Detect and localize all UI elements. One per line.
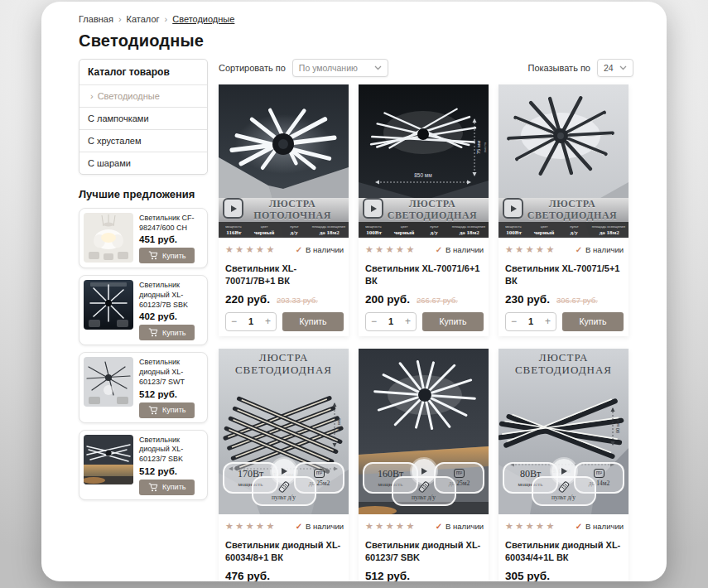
offer-card[interactable]: Светильник диодный XL-60123/7 SBK 512 ру… xyxy=(79,430,208,500)
product-old-price: 266.67 руб. xyxy=(417,296,458,305)
offer-buy-button[interactable]: Купить xyxy=(139,402,195,418)
offer-price: 512 руб. xyxy=(139,389,203,399)
quantity-increase-button[interactable]: + xyxy=(545,316,551,326)
product-title[interactable]: Светильник XL-70071/7В+1 ВК xyxy=(225,263,344,288)
product-image[interactable]: 910 мм 90 мм ЛЮСТРА СВЕТОДИОДНАЯ 80Вт мо… xyxy=(498,349,629,514)
star-rating: ★★★★★ xyxy=(225,521,277,532)
led-lamp-photo xyxy=(84,435,133,484)
offer-buy-button[interactable]: Купить xyxy=(139,480,195,495)
check-icon: ✓ xyxy=(296,522,302,531)
quantity-increase-button[interactable]: + xyxy=(265,316,271,326)
availability-badge: ✓ В наличии xyxy=(576,522,624,531)
offer-name[interactable]: Светильник диодный XL-60123/7B SBK xyxy=(139,281,203,310)
remote-badge: пульт д/у xyxy=(532,476,596,506)
product-title[interactable]: Светильник диодный XL-60034/4+1L ВК xyxy=(505,539,624,565)
star-rating: ★★★★★ xyxy=(225,244,277,255)
buy-button[interactable]: Купить xyxy=(282,312,344,331)
offer-card[interactable]: Светильник диодный XL-60123/7B SBK 402 р… xyxy=(79,275,208,345)
catalog-box: Каталог товаров › Светодиодные С лампочк… xyxy=(79,59,208,175)
product-price: 200 руб. xyxy=(365,293,410,306)
product-image[interactable]: ЛЮСТРА СВЕТОДИОДНАЯ мощность100Вт цветче… xyxy=(498,84,629,238)
play-icon[interactable] xyxy=(223,198,243,219)
product-image[interactable]: ЛЮСТРА ПОТОЛОЧНАЯ мощность116Вт цветчерн… xyxy=(219,84,349,238)
catalog-main: Сортировать по По умолчанию Показывать п… xyxy=(219,59,633,581)
offer-card[interactable]: Светильник CF-98247/600 CH 451 руб. Купи… xyxy=(79,208,208,268)
per-page-value: 24 xyxy=(604,63,614,73)
area-icon: m² xyxy=(314,469,325,478)
cart-icon xyxy=(148,251,158,260)
breadcrumb: Главная › Каталог › Светодиодные xyxy=(79,13,633,25)
play-icon[interactable] xyxy=(363,198,383,219)
sidebar-item-svetodiodnye[interactable]: › Светодиодные xyxy=(79,84,207,107)
offer-buy-button[interactable]: Купить xyxy=(139,325,195,340)
sort-select[interactable]: По умолчанию xyxy=(292,59,388,77)
availability-badge: ✓ В наличии xyxy=(436,245,484,254)
product-title[interactable]: Светильник диодный XL-60034/8+1 ВК xyxy=(225,539,344,565)
best-offers-title: Лучшие предложения xyxy=(79,188,208,200)
play-icon[interactable] xyxy=(503,198,523,219)
quantity-decrease-button[interactable]: − xyxy=(231,316,237,326)
dimension-height-label: 95 мм xyxy=(336,417,341,431)
check-icon: ✓ xyxy=(296,245,302,254)
sidebar: Каталог товаров › Светодиодные С лампочк… xyxy=(79,59,208,581)
product-title[interactable]: Светильник диодный XL-60123/7 SBK xyxy=(365,539,484,565)
product-image[interactable]: 850 мм 75 мм высота ЛЮСТРА СВЕТОДИОДНАЯ … xyxy=(359,84,489,238)
offer-name[interactable]: Светильник CF-98247/600 CH xyxy=(139,214,203,233)
sidebar-item-s-lampochkami[interactable]: С лампочками xyxy=(79,107,207,129)
offer-buy-button[interactable]: Купить xyxy=(139,248,195,263)
availability-badge: ✓ В наличии xyxy=(296,245,344,254)
product-image[interactable]: 1140 мм 95 мм ЛЮСТРА СВЕТОДИОДНАЯ 170Вт … xyxy=(219,349,349,514)
remote-badge: пульт д/у xyxy=(252,476,316,506)
buy-button[interactable]: Купить xyxy=(562,312,624,331)
offer-thumbnail xyxy=(84,435,133,484)
check-icon: ✓ xyxy=(436,522,442,531)
star-rating: ★★★★★ xyxy=(505,521,556,532)
offer-card[interactable]: Светильник диодный XL-60123/7 SWT 512 ру… xyxy=(79,352,208,422)
product-old-price: 293.33 руб. xyxy=(277,296,318,305)
product-title[interactable]: Светильник XL-70071/5+1 ВК xyxy=(505,263,624,288)
product-grid: ЛЮСТРА ПОТОЛОЧНАЯ мощность116Вт цветчерн… xyxy=(219,84,633,581)
quantity-stepper[interactable]: − 1 + xyxy=(505,312,556,331)
buy-button[interactable]: Купить xyxy=(422,312,484,331)
quantity-decrease-button[interactable]: − xyxy=(371,316,377,326)
remote-icon xyxy=(556,481,571,494)
area-icon: m² xyxy=(454,469,465,478)
sidebar-item-s-hrustalem[interactable]: С хрусталем xyxy=(79,129,207,152)
breadcrumb-current[interactable]: Светодиодные xyxy=(172,13,234,25)
product-title[interactable]: Светильник XL-70071/6+1 ВК xyxy=(365,263,484,288)
chevron-right-icon: › xyxy=(90,91,94,101)
per-page-select[interactable]: 24 xyxy=(597,59,633,77)
offer-buy-label: Купить xyxy=(162,252,185,260)
per-page-label: Показывать по xyxy=(527,63,590,73)
star-rating: ★★★★★ xyxy=(505,244,556,255)
quantity-increase-button[interactable]: + xyxy=(405,316,411,326)
product-card: 160Вт мощность m² до 25м2 xyxy=(359,349,489,581)
quantity-stepper[interactable]: − 1 + xyxy=(365,312,417,331)
product-price: 230 руб. xyxy=(505,293,550,306)
photo-spec-strip: мощность100Вт цветчерный пультд/у площад… xyxy=(498,222,629,238)
led-lamp-photo xyxy=(84,357,133,407)
offer-name[interactable]: Светильник диодный XL-60123/7 SWT xyxy=(139,358,203,387)
availability-badge: ✓ В наличии xyxy=(436,522,484,531)
area-icon: m² xyxy=(594,469,605,478)
quantity-decrease-button[interactable]: − xyxy=(511,316,517,326)
product-card: ЛЮСТРА СВЕТОДИОДНАЯ мощность100Вт цветче… xyxy=(498,84,629,336)
product-price: 512 руб. xyxy=(365,570,410,581)
dimension-height-note: высота xyxy=(484,142,487,152)
breadcrumb-home[interactable]: Главная xyxy=(79,13,113,25)
dimension-width-label: 850 мм xyxy=(414,172,432,178)
product-price: 305 руб. xyxy=(505,570,550,581)
quantity-stepper[interactable]: − 1 + xyxy=(225,312,277,331)
photo-spec-strip: мощность100Вт цветчерный пультд/у площад… xyxy=(359,222,489,238)
check-icon: ✓ xyxy=(576,245,582,254)
photo-overlay-title: ЛЮСТРА СВЕТОДИОДНАЯ xyxy=(498,352,629,377)
breadcrumb-catalog[interactable]: Каталог xyxy=(127,13,160,25)
product-image[interactable]: 160Вт мощность m² до 25м2 xyxy=(359,349,489,514)
category-label: Светодиодные xyxy=(98,91,160,101)
breadcrumb-separator: › xyxy=(118,13,122,25)
offer-name[interactable]: Светильник диодный XL-60123/7 SBK xyxy=(139,436,203,465)
sidebar-item-s-sharami[interactable]: С шарами xyxy=(79,152,207,174)
quantity-value: 1 xyxy=(528,316,533,326)
offer-buy-label: Купить xyxy=(162,329,185,337)
star-rating: ★★★★★ xyxy=(365,521,417,532)
